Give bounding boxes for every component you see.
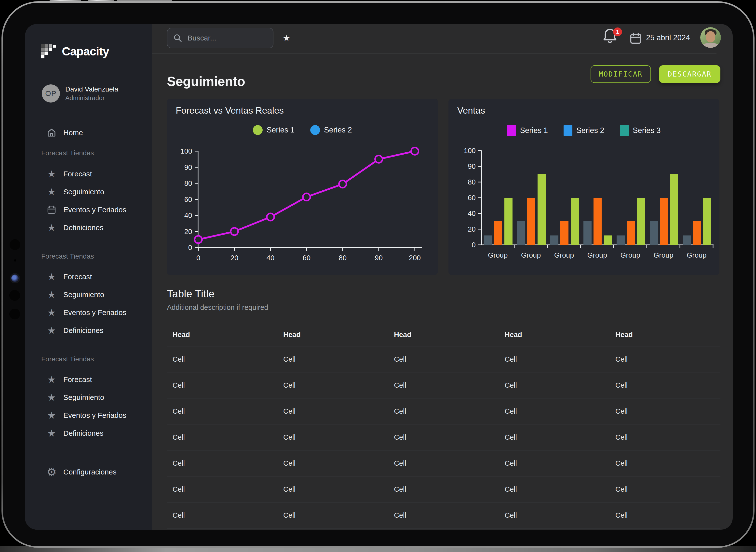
star-icon: ★ — [46, 289, 57, 300]
scene: Capacity OP David Valenzuela Administrad… — [0, 0, 756, 552]
sidebar-item-label: Eventos y Feriados — [63, 308, 126, 317]
sidebar-item-definiciones[interactable]: ★Definiciones — [25, 219, 152, 237]
sidebar-item-home[interactable]: Home — [25, 124, 152, 142]
app-logo[interactable]: Capacity — [41, 44, 109, 58]
avatar-face — [706, 31, 715, 42]
favorite-star-icon[interactable]: ★ — [283, 33, 290, 43]
table-cell: Cell — [499, 511, 610, 519]
table-row: CellCellCellCellCell — [167, 450, 721, 476]
svg-text:100: 100 — [180, 147, 192, 155]
legend-item: Series 1 — [253, 125, 294, 135]
table-cell: Cell — [388, 355, 499, 363]
legend-swatch-icon — [507, 125, 516, 136]
table-cell: Cell — [610, 407, 721, 415]
svg-text:100: 100 — [464, 147, 476, 155]
sidebar-item-label: Eventos y Feriados — [63, 205, 126, 214]
sidebar-item-label: Forecast — [63, 375, 92, 384]
sidebar-item-label: Seguimiento — [63, 290, 104, 299]
calendar-button[interactable] — [629, 32, 642, 46]
table-cell: Cell — [278, 459, 388, 467]
svg-text:Group: Group — [654, 251, 673, 259]
svg-text:60: 60 — [468, 194, 476, 202]
sidebar-item-forecast[interactable]: ★Forecast — [25, 268, 152, 286]
legend-swatch-icon — [310, 125, 320, 135]
svg-text:Group: Group — [587, 251, 607, 259]
table-header-cell: Head — [278, 331, 388, 339]
table-cell: Cell — [610, 381, 721, 389]
sidebar-item-seguimiento[interactable]: ★Seguimiento — [25, 388, 152, 406]
sidebar-group: ★Forecast★Seguimiento★Eventos y Feriados… — [25, 268, 152, 339]
front-camera-icon — [11, 275, 19, 282]
sidebar-item-eventos-y-feriados[interactable]: ★Eventos y Feriados — [25, 303, 152, 321]
legend-item: Series 2 — [563, 125, 604, 136]
user-block[interactable]: OP David Valenzuela Administrador — [42, 85, 118, 103]
table-cell: Cell — [167, 459, 278, 467]
table-cell: Cell — [388, 407, 499, 415]
sidebar-item-seguimiento[interactable]: ★Seguimiento — [25, 286, 152, 303]
front-sensor — [9, 309, 20, 319]
app-screen: Capacity OP David Valenzuela Administrad… — [25, 24, 733, 530]
search-input[interactable] — [187, 34, 283, 42]
sidebar-item-configuraciones[interactable]: ⚙ Configuraciones — [25, 463, 152, 481]
svg-text:Group: Group — [554, 251, 574, 259]
svg-text:60: 60 — [303, 254, 310, 262]
sidebar-item-label: Forecast — [63, 170, 92, 178]
chart-legend: Series 1Series 2 — [167, 125, 438, 135]
search-box[interactable]: ★ — [167, 28, 273, 48]
svg-text:200: 200 — [409, 254, 421, 262]
legend-label: Series 1 — [520, 126, 548, 135]
table-row: CellCellCellCellCell — [167, 346, 721, 372]
modify-button[interactable]: MODIFICAR — [591, 65, 651, 83]
svg-text:0: 0 — [197, 254, 200, 262]
star-icon: ★ — [46, 428, 57, 439]
svg-text:Group: Group — [521, 251, 541, 259]
table-cell: Cell — [167, 355, 278, 363]
table-row: CellCellCellCellCell — [167, 502, 721, 528]
notifications-button[interactable]: 1 — [602, 27, 624, 49]
svg-text:80: 80 — [339, 254, 347, 262]
table-cell: Cell — [278, 381, 388, 389]
chart-title: Ventas — [457, 106, 485, 116]
profile-avatar[interactable] — [700, 27, 721, 48]
legend-swatch-icon — [563, 125, 573, 136]
sidebar-item-forecast[interactable]: ★Forecast — [25, 165, 152, 183]
star-icon: ★ — [46, 392, 57, 403]
star-icon: ★ — [46, 325, 57, 336]
sidebar-item-seguimiento[interactable]: ★Seguimiento — [25, 183, 152, 201]
sidebar-section-label: Forecast Tiendas — [25, 350, 152, 368]
svg-text:80: 80 — [468, 178, 476, 186]
sidebar-item-definiciones[interactable]: ★Definiciones — [25, 424, 152, 442]
svg-text:20: 20 — [468, 225, 476, 233]
sidebar-item-eventos-y-feriados[interactable]: ★Eventos y Feriados — [25, 406, 152, 424]
table-cell: Cell — [278, 485, 388, 494]
svg-text:Group: Group — [687, 251, 707, 259]
table-cell: Cell — [388, 459, 499, 467]
sidebar-nav: HomeForecast Tiendas★Forecast★Seguimient… — [25, 124, 152, 442]
table-header-cell: Head — [388, 331, 499, 339]
mic-dot — [14, 259, 16, 262]
table-cell: Cell — [278, 355, 388, 363]
table-cell: Cell — [610, 433, 721, 441]
svg-text:Group: Group — [488, 251, 508, 259]
sidebar-item-definiciones[interactable]: ★Definiciones — [25, 321, 152, 339]
table-header-cell: Head — [499, 331, 610, 339]
table-cell: Cell — [167, 485, 278, 494]
user-name: David Valenzuela — [65, 85, 118, 94]
tablet-frame: Capacity OP David Valenzuela Administrad… — [1, 1, 755, 548]
sidebar-group: ★Forecast★Seguimiento★Eventos y Feriados… — [25, 371, 152, 442]
table-row: CellCellCellCellCell — [167, 476, 721, 502]
sidebar-item-forecast[interactable]: ★Forecast — [25, 371, 152, 388]
table-cell: Cell — [278, 511, 388, 519]
table-cell: Cell — [499, 407, 610, 415]
table-cell: Cell — [610, 511, 721, 519]
table-body: CellCellCellCellCellCellCellCellCellCell… — [167, 346, 721, 529]
bar-chart-card: 02040608090100GroupGroupGroupGroupGroupG… — [449, 99, 720, 275]
sidebar-footer: ⚙ Configuraciones — [25, 463, 152, 481]
topbar-divider — [152, 53, 717, 54]
search-icon — [173, 33, 182, 43]
capacity-logo-icon — [41, 44, 56, 58]
sidebar-item-label: Seguimiento — [63, 188, 104, 196]
front-sensor — [10, 239, 20, 250]
download-button[interactable]: DESCARGAR — [659, 65, 721, 83]
sidebar-item-eventos-y-feriados[interactable]: Eventos y Feriados — [25, 201, 152, 219]
